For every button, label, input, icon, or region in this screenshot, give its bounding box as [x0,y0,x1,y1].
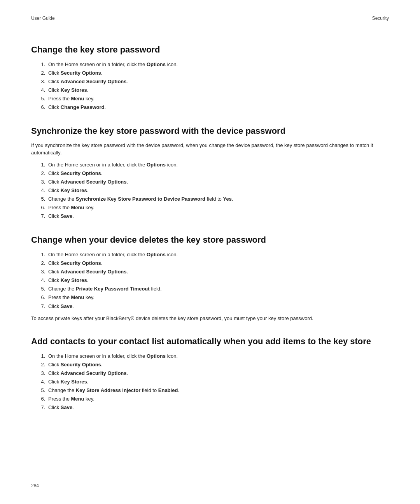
step-bold: Key Stores [61,379,87,385]
step-bold: Synchronize Key Store Password to Device… [76,196,205,202]
step-bold: Change Password [61,104,105,110]
step-item: Click Key Stores. [47,186,389,195]
section-title-change-key-store-password: Change the key store password [31,44,389,56]
step-item: Press the Menu key. [47,203,389,212]
step-bold: Advanced Security Options [61,269,127,275]
step-bold: Menu [71,396,84,402]
step-bold: Security Options [61,170,101,176]
sections-container: Change the key store passwordOn the Home… [31,44,389,412]
section-title-change-when-device-deletes: Change when your device deletes the key … [31,234,389,246]
step-item: Change the Private Key Password Timeout … [47,285,389,293]
step-bold: Save [61,303,72,309]
step-bold: Key Stores [61,187,87,193]
step-item: Click Save. [47,212,389,220]
header-left: User Guide [31,16,55,21]
step-item: On the Home screen or in a folder, click… [47,352,389,360]
section-change-key-store-password: Change the key store passwordOn the Home… [31,44,389,112]
step-bold: Advanced Security Options [61,370,127,376]
steps-list-add-contacts-key-store: On the Home screen or in a folder, click… [43,352,389,412]
step-bold: Menu [71,96,84,102]
section-intro-synchronize-key-store-password: If you synchronize the key store passwor… [31,142,389,157]
step-bold: Advanced Security Options [61,179,127,185]
step-item: On the Home screen or in a folder, click… [47,161,389,169]
step-bold: Options [147,353,166,359]
step-bold: Options [147,162,166,168]
step-bold: Save [61,404,72,410]
step-bold: Advanced Security Options [61,79,127,84]
step-bold: Save [61,213,72,219]
step-bold: Menu [71,294,84,300]
page: User Guide Security Change the key store… [0,0,420,504]
section-add-contacts-key-store: Add contacts to your contact list automa… [31,336,389,412]
step-bold: Security Options [61,260,101,266]
section-synchronize-key-store-password: Synchronize the key store password with … [31,126,389,220]
step-item: Click Security Options. [47,69,389,77]
section-change-when-device-deletes: Change when your device deletes the key … [31,234,389,322]
step-item: Click Save. [47,302,389,311]
step-bold: Security Options [61,70,101,76]
step-item: Press the Menu key. [47,395,389,403]
header-right: Security [372,16,389,21]
page-header: User Guide Security [31,16,389,21]
step-bold: Private Key Password Timeout [76,286,150,292]
step-item: Change the Synchronize Key Store Passwor… [47,195,389,203]
step-item: On the Home screen or in a folder, click… [47,60,389,69]
page-footer: 284 [31,483,39,488]
step-item: Press the Menu key. [47,293,389,302]
step-item: Click Save. [47,403,389,412]
step-item: Click Advanced Security Options. [47,77,389,86]
steps-list-change-when-device-deletes: On the Home screen or in a folder, click… [43,250,389,311]
step-item: Click Security Options. [47,360,389,369]
step-item: Click Advanced Security Options. [47,369,389,378]
section-note-change-when-device-deletes: To access private keys after your BlackB… [31,315,389,322]
page-number: 284 [31,483,39,488]
step-item: Click Advanced Security Options. [47,178,389,186]
section-title-synchronize-key-store-password: Synchronize the key store password with … [31,126,389,137]
steps-list-synchronize-key-store-password: On the Home screen or in a folder, click… [43,161,389,221]
step-bold: Security Options [61,362,101,368]
step-bold: Key Stores [61,87,87,93]
step-item: Click Key Stores. [47,378,389,386]
step-item: Press the Menu key. [47,94,389,103]
step-item: Click Security Options. [47,169,389,178]
step-item: Change the Key Store Address Injector fi… [47,386,389,395]
step-bold: Options [147,61,166,67]
section-title-add-contacts-key-store: Add contacts to your contact list automa… [31,336,389,347]
step-bold2: Yes [223,196,231,202]
step-item: Click Security Options. [47,259,389,268]
step-item: On the Home screen or in a folder, click… [47,250,389,259]
step-bold2: Enabled [158,387,178,393]
step-item: Click Change Password. [47,103,389,112]
step-bold: Options [147,252,166,257]
step-bold: Key Stores [61,277,87,283]
step-item: Click Advanced Security Options. [47,268,389,276]
steps-list-change-key-store-password: On the Home screen or in a folder, click… [43,60,389,112]
step-item: Click Key Stores. [47,276,389,285]
step-bold: Menu [71,205,84,210]
step-bold: Key Store Address Injector [76,387,140,393]
step-item: Click Key Stores. [47,86,389,94]
